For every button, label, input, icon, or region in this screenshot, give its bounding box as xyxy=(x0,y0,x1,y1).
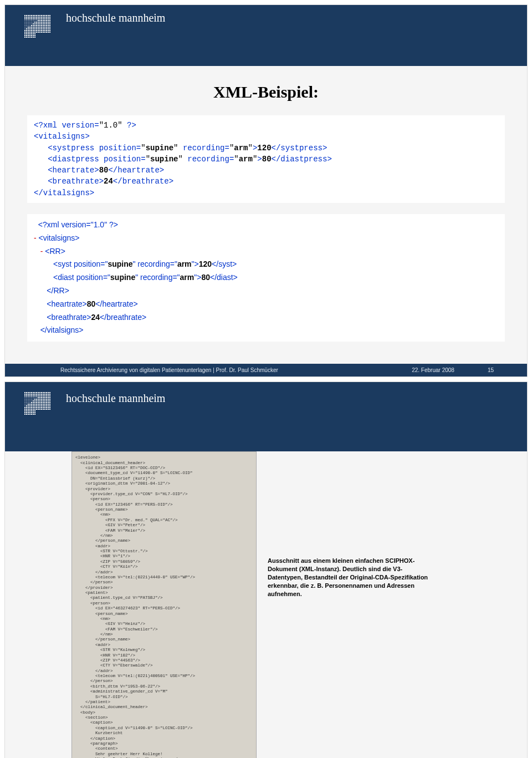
footer-date: 22. Februar 2008 xyxy=(412,367,454,373)
slide-footer: Rechtssichere Archivierung von digitalen… xyxy=(5,364,527,377)
slide-16: hochschule mannheim <levelone> <clinical… xyxy=(4,381,528,758)
slide-body: XML-Beispiel: <?xml version="1.0" ?> <vi… xyxy=(5,66,527,364)
xml-clipping-image: <levelone> <clinical_document_header> <i… xyxy=(71,451,257,758)
slide-header: hochschule mannheim xyxy=(5,382,527,451)
figure-caption: Ausschnitt aus einem kleinen einfachen S… xyxy=(268,557,434,598)
slide-15: hochschule mannheim XML-Beispiel: <?xml … xyxy=(4,4,528,377)
slide-header: hochschule mannheim xyxy=(5,5,527,66)
logo-icon xyxy=(24,15,50,38)
logo-icon xyxy=(24,392,50,415)
xml-example-2: <?xml version="1.0" ?> - <vitalsigns> - … xyxy=(27,214,505,342)
footer-page: 15 xyxy=(488,367,494,373)
xml-example-1: <?xml version="1.0" ?> <vitalsigns> <sys… xyxy=(27,115,505,203)
institution-name: hochschule mannheim xyxy=(66,11,527,24)
institution-name: hochschule mannheim xyxy=(66,388,527,405)
slide-body: <levelone> <clinical_document_header> <i… xyxy=(5,451,527,758)
slide-title: XML-Beispiel: xyxy=(27,83,505,101)
footer-text: Rechtssichere Archivierung von digitalen… xyxy=(60,367,412,373)
